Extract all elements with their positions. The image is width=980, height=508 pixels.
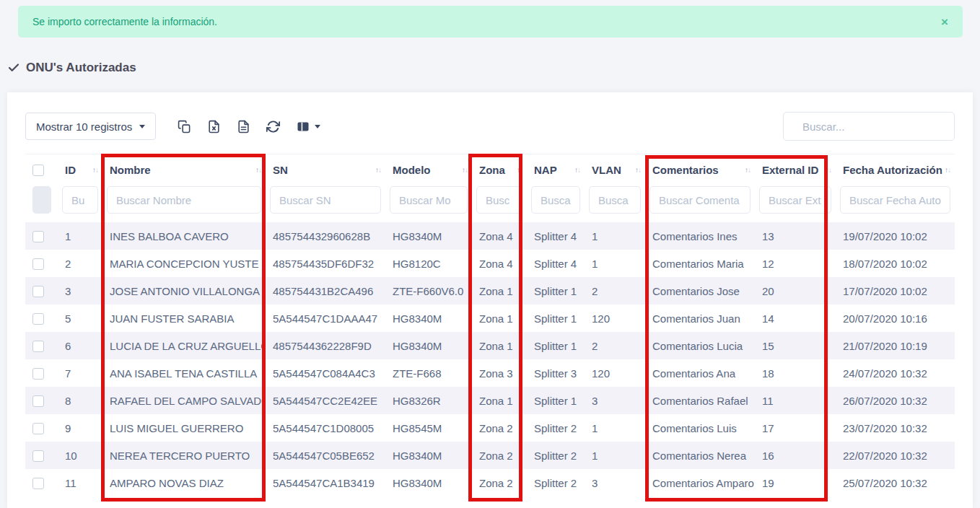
row-checkbox[interactable] [32,368,44,380]
cell-vlan: 1 [585,414,645,442]
sort-icon: ↑↓ [635,166,641,174]
column-header-nombre[interactable]: Nombre↑↓ [102,154,266,185]
row-checkbox[interactable] [32,450,44,462]
cell-id: 9 [58,414,102,442]
cell-modelo: ZTE-F660V6.0 [385,277,472,305]
filter-checkbox-placeholder [32,186,51,214]
row-checkbox[interactable] [32,395,44,407]
copy-button[interactable] [178,120,191,133]
success-alert: Se importo correctamente la información.… [18,6,963,38]
table-row: 8RAFAEL DEL CAMPO SALVADOR5A544547CC2E42… [25,387,955,414]
cell-sn: 5A544547C084A4C3 [266,359,385,387]
cell-vlan: 1 [585,442,645,469]
cell-comentarios: Comentarios Lucia [645,332,755,359]
cell-select [25,469,58,496]
cell-id: 10 [58,442,102,469]
cell-zona: Zona 1 [472,277,527,305]
table-row: 1INES BALBOA CAVERO485754432960628BHG834… [25,222,955,250]
filter-input-comentarios[interactable] [649,186,751,214]
refresh-button[interactable] [266,120,280,133]
page-title: ONU's Autorizadas [7,61,136,75]
column-header-id[interactable]: ID↑↓ [58,154,102,185]
row-checkbox[interactable] [32,341,44,352]
cell-select [25,359,58,387]
row-checkbox[interactable] [32,423,44,434]
export-excel-button[interactable] [207,120,221,133]
export-file-icon [237,120,250,133]
select-all-checkbox[interactable] [32,165,44,176]
cell-vlan: 3 [585,387,645,414]
row-checkbox[interactable] [32,286,44,297]
cell-select [25,250,58,277]
filter-input-id[interactable] [62,186,98,214]
table-row: 7ANA ISABEL TENA CASTILLA5A544547C084A4C… [25,359,955,387]
results-table: ID↑↓ Nombre↑↓ SN↑↓ Modelo↑↓ Zona↑↓ NAP↑↓… [25,154,955,496]
table-body: 1INES BALBOA CAVERO485754432960628BHG834… [25,222,955,496]
page-length-select[interactable]: Mostrar 10 registros [25,113,156,140]
filter-input-fecha[interactable] [840,186,950,214]
cell-fecha: 18/07/2020 10:02 [836,250,955,277]
cell-comentarios: Comentarios Luis [645,414,755,442]
filter-input-external-id[interactable] [759,186,831,214]
cell-fecha: 20/07/2020 10:16 [836,305,955,332]
alert-message: Se importo correctamente la información. [32,16,217,27]
alert-close-icon[interactable]: × [941,16,948,28]
cell-id: 6 [58,332,102,359]
cell-nap: Splitter 2 [527,442,585,469]
cell-modelo: HG8340M [385,305,472,332]
column-visibility-button[interactable] [296,120,320,133]
filter-input-nombre[interactable] [107,186,261,214]
cell-modelo: ZTE-F668 [385,359,472,387]
table-toolbar: Mostrar 10 registros [25,112,955,141]
cell-comentarios: Comentarios Maria [645,250,755,277]
column-header-external-id[interactable]: External ID↑↓ [755,154,836,185]
table-row: 10NEREA TERCERO PUERTO5A544547C05BE652HG… [25,442,955,469]
row-checkbox[interactable] [32,313,44,325]
cell-external-id: 16 [755,442,836,469]
sort-icon: ↑↓ [945,166,950,174]
filter-input-modelo[interactable] [390,186,468,214]
column-header-select [25,154,58,185]
column-header-comentarios[interactable]: Comentarios↑↓ [645,154,755,185]
column-header-modelo[interactable]: Modelo↑↓ [385,154,472,185]
cell-id: 1 [58,222,102,250]
cell-nap: Splitter 2 [527,414,585,442]
column-header-vlan[interactable]: VLAN↑↓ [585,154,645,185]
row-checkbox[interactable] [32,478,44,489]
cell-nap: Splitter 4 [527,222,585,250]
column-header-zona[interactable]: Zona↑↓ [472,154,527,185]
header-row: ID↑↓ Nombre↑↓ SN↑↓ Modelo↑↓ Zona↑↓ NAP↑↓… [25,154,955,185]
row-checkbox[interactable] [32,258,44,270]
cell-fecha: 25/07/2020 10:32 [836,469,955,496]
export-buttons [178,120,320,133]
filter-input-zona[interactable] [476,186,522,214]
column-header-fecha[interactable]: Fecha Autorización↑↓ [836,154,955,185]
cell-select [25,222,58,250]
cell-select [25,442,58,469]
cell-sn: 485754435DF6DF32 [266,250,385,277]
row-checkbox[interactable] [32,231,44,242]
column-header-nap[interactable]: NAP↑↓ [527,154,585,185]
cell-sn: 5A544547C1D08005 [266,414,385,442]
cell-fecha: 23/07/2020 10:32 [836,414,955,442]
cell-modelo: HG8340M [385,442,472,469]
cell-zona: Zona 1 [472,332,527,359]
search-input[interactable] [802,121,946,133]
table-row: 2MARIA CONCEPCION YUSTE485754435DF6DF32H… [25,250,955,277]
cell-external-id: 20 [755,277,836,305]
cell-nombre: LUIS MIGUEL GUERRERO [102,414,266,442]
export-file-button[interactable] [237,120,250,133]
filter-input-sn[interactable] [270,186,381,214]
cell-nombre: RAFAEL DEL CAMPO SALVADOR [102,387,266,414]
cell-fecha: 24/07/2020 10:32 [836,359,955,387]
chevron-down-icon [139,125,145,128]
refresh-icon [266,120,280,133]
cell-modelo: HG8340M [385,222,472,250]
column-header-sn[interactable]: SN↑↓ [266,154,385,185]
filter-input-nap[interactable] [531,186,580,214]
cell-zona: Zona 1 [472,387,527,414]
cell-external-id: 11 [755,387,836,414]
sort-icon: ↑↓ [255,166,261,174]
cell-zona: Zona 4 [472,250,527,277]
filter-input-vlan[interactable] [589,186,641,214]
